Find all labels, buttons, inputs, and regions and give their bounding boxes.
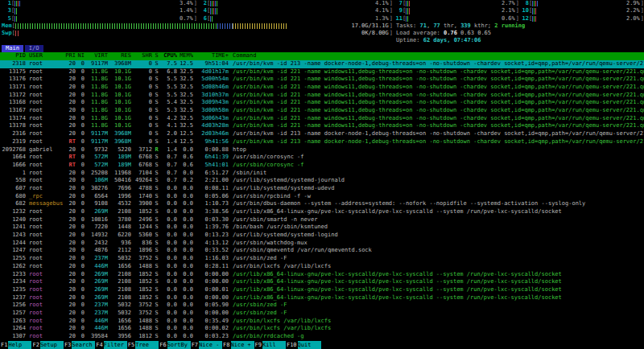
state-cell: S <box>152 255 161 263</box>
nice-cell: 0 <box>76 193 85 201</box>
pid-cell: 1263 <box>0 318 26 326</box>
res-cell: 2108 <box>108 278 131 286</box>
col-state[interactable]: S <box>152 52 161 60</box>
col-virt[interactable]: VIRT <box>85 52 108 60</box>
col-shr[interactable]: SHR <box>131 52 152 60</box>
process-row[interactable]: 13172 root 20 0 11.8G 10.1G 0 S 5.5 32.5… <box>0 92 644 100</box>
nice-cell: 0 <box>76 278 85 286</box>
process-row[interactable]: 2319 root RT 0 9117M 3968M 0 S 1.4 12.5 … <box>0 138 644 146</box>
col-ni[interactable]: NI <box>76 52 85 60</box>
process-row[interactable]: 1241 root 20 0 7220 1448 1244 S 0.0 0.0 … <box>0 224 644 232</box>
col-pid[interactable]: PID <box>0 52 26 60</box>
col-command[interactable]: Command <box>229 52 644 60</box>
pid-cell: 1244 <box>0 240 26 248</box>
time-cell: 3d06h43m <box>193 115 229 123</box>
nice-cell: 0 <box>76 318 85 326</box>
process-row[interactable]: 1262 root 20 0 446M 1656 1488 S 0.0 0.0 … <box>0 263 644 271</box>
process-row[interactable]: 2316 root 20 0 9117M 3968M 0 S 2.0 12.5 … <box>0 130 644 138</box>
process-row[interactable]: 607 root 20 0 30276 7696 4788 S 0.0 0.0 … <box>0 185 644 193</box>
process-row[interactable]: 2092768 gabriel 20 0 9732 5220 3712 R 1.… <box>0 146 644 154</box>
process-row[interactable]: 1235 root 20 0 269M 2108 1852 S 0.0 0.0 … <box>0 286 644 294</box>
tasks-text: Tasks: 71, 77 thr, 339 kthr; 2 running <box>393 23 525 30</box>
process-row[interactable]: 1307 root 20 0 39584 3956 1812 S 0.0 0.0… <box>0 333 644 341</box>
process-row[interactable]: 1256 root 20 0 237M 5032 3752 S 0.0 0.0 … <box>0 302 644 310</box>
process-row[interactable]: 1263 root 20 0 446M 1656 1488 S 0.0 0.0 … <box>0 318 644 326</box>
time-cell: 0:00.88 <box>193 146 229 154</box>
mem-bar: 17.0G/31.1G <box>15 23 390 30</box>
mem-percent-cell: 0.0 <box>177 318 193 326</box>
process-row[interactable]: 1664 root RT 0 572M 189M 6768 S 0.7 0.6 … <box>0 154 644 162</box>
virt-cell: 269M <box>85 208 108 216</box>
process-row[interactable]: 558 root 20 0 106M 50416 49264 S 0.7 0.2… <box>0 177 644 185</box>
nice-cell: 0 <box>76 271 85 279</box>
fbutton-filter[interactable]: Filter <box>104 341 127 349</box>
process-row[interactable]: 1240 root 20 0 10816 3780 2496 S 0.0 0.0… <box>0 216 644 224</box>
cpu-meter-12: 12[2.0%] <box>519 15 644 23</box>
process-row[interactable]: 13171 root 20 0 11.8G 10.1G 0 S 5.5 32.5… <box>0 84 644 92</box>
col-res[interactable]: RES <box>108 52 131 60</box>
pid-cell: 682 <box>0 200 26 208</box>
pid-cell: 1264 <box>0 325 26 333</box>
time-cell: 1:39.76 <box>193 224 229 232</box>
process-row[interactable]: 13176 root 20 0 11.8G 10.1G 0 S 5.5 32.5… <box>0 76 644 84</box>
process-row[interactable]: 13167 root 20 0 11.8G 10.1G 0 S 5.3 32.5… <box>0 107 644 115</box>
pid-cell: 1243 <box>0 232 26 240</box>
text-segment: 339 <box>460 23 471 29</box>
mem-percent-cell: 12.5 <box>177 138 193 146</box>
process-row[interactable]: 682 messagebus 20 0 9108 4532 3900 S 0.0… <box>0 200 644 208</box>
process-row[interactable]: 1257 root 20 0 237M 5032 3752 S 0.0 0.0 … <box>0 310 644 318</box>
process-row[interactable]: 1232 root 20 0 269M 2108 1852 S 0.0 0.0 … <box>0 208 644 216</box>
mem-percent-cell: 32.5 <box>177 99 193 107</box>
col-cpu-sorted[interactable]: CPU% <box>161 52 177 60</box>
tab-main[interactable]: Main <box>2 45 23 53</box>
tab-io[interactable]: I/O <box>25 45 43 53</box>
process-row[interactable]: 1666 root RT 0 572M 189M 6768 S 0.7 0.6 … <box>0 162 644 170</box>
process-row[interactable]: 1243 root 20 0 14932 6220 5360 S 0.0 0.0… <box>0 232 644 240</box>
col-time[interactable]: TIME+ <box>193 52 229 60</box>
cpu-percent-cell: 0.0 <box>161 247 177 255</box>
priority-cell: 20 <box>64 200 76 208</box>
fbutton-quit[interactable]: Quit <box>298 341 321 349</box>
process-row[interactable]: 13168 root 20 0 11.8G 10.1G 0 S 5.4 32.5… <box>0 99 644 107</box>
fbutton-setup[interactable]: Setup <box>40 341 64 349</box>
state-cell: S <box>152 263 161 271</box>
pid-cell: 13175 <box>0 68 26 76</box>
process-row[interactable]: 1244 root 20 0 2432 936 836 S 0.0 0.0 4:… <box>0 240 644 248</box>
process-row[interactable]: 1237 root 20 0 269M 2108 1852 S 0.0 0.0 … <box>0 294 644 302</box>
command-cell: /usr/sbin/smartd -n never <box>229 216 644 224</box>
fbutton-nice-[interactable]: Nice + <box>231 341 254 349</box>
process-row[interactable]: 1 root 20 0 25208 11968 7104 S 0.7 0.0 6… <box>0 170 644 178</box>
process-row[interactable]: 1247 root 20 0 4876 2112 1896 S 0.0 0.0 … <box>0 247 644 255</box>
text-segment: 71 <box>420 23 427 29</box>
process-row[interactable]: 1234 root 20 0 269M 2108 1852 S 0.0 0.0 … <box>0 278 644 286</box>
priority-cell: 20 <box>64 185 76 193</box>
col-pri[interactable]: PRI <box>64 52 76 60</box>
process-row[interactable]: 13174 root 20 0 11.8G 10.1G 0 S 4.2 32.5… <box>0 115 644 123</box>
res-cell: 10.1G <box>108 115 131 123</box>
virt-cell: 11.8G <box>85 115 108 123</box>
fbutton-sortby[interactable]: SortBy <box>167 341 191 349</box>
user-cell: root <box>26 115 64 123</box>
process-row[interactable]: 1264 root 20 0 446M 1656 1488 S 0.0 0.0 … <box>0 325 644 333</box>
process-row[interactable]: 13175 root 20 0 11.8G 10.1G 0 S 6.8 32.5… <box>0 68 644 76</box>
process-row[interactable]: 1233 root 20 0 269M 2108 1852 S 0.0 0.0 … <box>0 271 644 279</box>
process-row[interactable]: 1255 root 20 0 237M 5032 3752 S 0.0 0.0 … <box>0 255 644 263</box>
fbutton-search[interactable]: Search <box>72 341 95 349</box>
fbutton-help[interactable]: Help <box>8 341 31 349</box>
process-row[interactable]: 680 _rpc 20 0 6564 1996 1740 S 0.0 0.0 0… <box>0 193 644 201</box>
col-user[interactable]: USER <box>26 52 64 60</box>
process-row[interactable]: 13178 root 20 0 11.8G 10.1G 0 S 4.1 32.5… <box>0 122 644 130</box>
command-cell: /usr/sbin/zed -F <box>229 302 644 310</box>
fbutton-kill[interactable]: Kill <box>262 341 286 349</box>
fbutton-tree[interactable]: Tree <box>135 341 159 349</box>
user-cell: root <box>26 185 64 193</box>
col-mem[interactable]: MEM% <box>177 52 193 60</box>
fbutton-nice-[interactable]: Nice - <box>199 341 222 349</box>
process-row[interactable]: 2318 root 20 0 9117M 3968M 0 S 7.5 12.5 … <box>0 60 644 68</box>
state-cell: S <box>152 208 161 216</box>
fkey-f8: F8 <box>222 341 230 349</box>
nice-cell: 0 <box>76 146 85 154</box>
state-cell: S <box>152 76 161 84</box>
priority-cell: 20 <box>64 216 76 224</box>
pid-cell: 1307 <box>0 333 26 341</box>
